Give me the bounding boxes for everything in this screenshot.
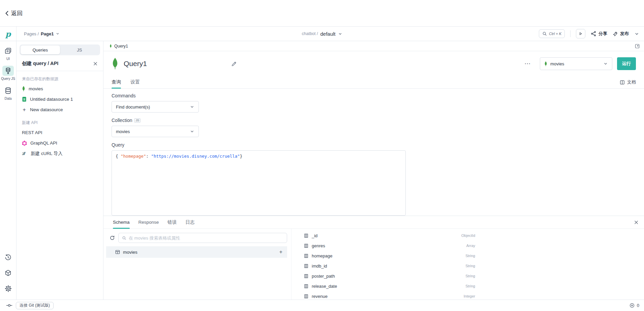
mongodb-leaf-icon xyxy=(110,44,112,48)
schema-search-input[interactable] xyxy=(129,236,283,241)
api-item-rest[interactable]: REST API xyxy=(17,127,103,138)
schema-search-row xyxy=(103,233,291,243)
field-row[interactable]: poster_path String xyxy=(304,271,475,281)
query-tab-query1[interactable]: Query1 xyxy=(110,44,128,49)
commands-select[interactable]: Find document(s) xyxy=(112,101,199,113)
rail-item-data[interactable]: Data xyxy=(2,86,14,100)
google-sheets-icon xyxy=(22,97,27,102)
datasource-item-untitled[interactable]: Untitled datasource 1 xyxy=(17,94,103,104)
docs-link[interactable]: 文档 xyxy=(620,79,636,85)
error-indicator[interactable]: 0 xyxy=(630,303,639,308)
query-left-panel: Queries JS 创建 query / API 来自已存在的数据源 movi… xyxy=(17,41,103,300)
code-token-key: "homepage" xyxy=(121,154,146,159)
bottom-panel-body: movies + _id ObjectId genres xyxy=(103,229,644,300)
play-icon xyxy=(579,32,583,36)
refresh-icon[interactable] xyxy=(110,235,115,241)
query-editor-main: Query1 Query1 ⋯ mov xyxy=(103,41,644,300)
breadcrumb[interactable]: Pages / Page1 xyxy=(24,31,60,36)
bottom-panel-tabs: Schema Response 错误 日志 xyxy=(103,216,644,229)
book-icon xyxy=(620,80,625,85)
env-name: default xyxy=(320,31,335,37)
query-code-editor[interactable]: { "homepage": "https://movies.disney.com… xyxy=(112,150,406,216)
share-button[interactable]: 分享 xyxy=(591,31,607,37)
close-icon[interactable] xyxy=(93,61,98,66)
workspace: UI Query JS Data xyxy=(0,41,644,300)
api-item-curl[interactable]: :// 新建 cURL 导入 xyxy=(17,148,103,159)
commands-label: Commands xyxy=(112,93,636,98)
tab-logs[interactable]: 日志 xyxy=(185,216,194,228)
field-row[interactable]: homepage String xyxy=(304,251,475,261)
column-icon xyxy=(304,264,308,268)
back-button[interactable]: 返回 xyxy=(5,9,23,17)
share-label: 分享 xyxy=(599,31,607,37)
back-label: 返回 xyxy=(11,9,23,17)
app-logo-icon: p xyxy=(5,30,11,38)
chevron-down-icon xyxy=(338,32,342,36)
collection-label: Collection JS xyxy=(112,118,636,123)
mongodb-leaf-icon xyxy=(22,86,25,92)
rail-item-ui[interactable]: UI xyxy=(2,46,14,61)
plus-icon: + xyxy=(22,107,27,113)
tab-response[interactable]: Response xyxy=(139,216,159,228)
field-row[interactable]: revenue Integer xyxy=(304,291,475,300)
tab-errors[interactable]: 错误 xyxy=(167,216,177,228)
package-cube-icon[interactable] xyxy=(5,270,11,276)
back-row: 返回 xyxy=(0,0,644,26)
preview-run-button[interactable] xyxy=(576,29,585,38)
logo-cell[interactable]: p xyxy=(0,27,17,41)
tab-js[interactable]: JS xyxy=(60,45,99,54)
field-row[interactable]: genres Array xyxy=(304,241,475,251)
docs-label: 文档 xyxy=(627,79,636,85)
schema-table-row-movies[interactable]: movies + xyxy=(106,246,287,258)
error-count: 0 xyxy=(637,303,639,308)
error-circle-icon xyxy=(630,303,635,308)
global-search-button[interactable]: Ctrl + K xyxy=(539,29,565,38)
run-button[interactable]: 运行 xyxy=(617,57,636,70)
mongodb-leaf-icon xyxy=(112,58,119,70)
edit-pencil-icon[interactable] xyxy=(231,61,237,67)
rest-api-label: REST API xyxy=(22,130,42,135)
chevron-down-icon[interactable] xyxy=(634,31,639,36)
tab-queries[interactable]: Queries xyxy=(21,45,60,54)
settings-gear-icon[interactable] xyxy=(5,285,12,292)
field-row[interactable]: release_date String xyxy=(304,281,475,291)
query-database-icon xyxy=(2,66,14,76)
curl-import-label: 新建 cURL 导入 xyxy=(31,151,63,157)
app-env-switcher[interactable]: chatbot / default xyxy=(302,31,342,37)
status-bar: 连接 Git (测试版) 0 xyxy=(0,300,644,311)
field-type: String xyxy=(465,284,475,288)
datasource-select[interactable]: movies xyxy=(540,57,612,70)
new-datasource-button[interactable]: + New datasource xyxy=(17,104,103,115)
field-row[interactable]: imdb_id String xyxy=(304,261,475,271)
chevron-down-icon xyxy=(190,104,194,109)
close-icon[interactable] xyxy=(634,220,639,225)
field-row[interactable]: _id ObjectId xyxy=(304,230,475,241)
chevron-down-icon xyxy=(190,129,194,134)
schema-fields-column: _id ObjectId genres Array homepage Strin… xyxy=(292,229,644,300)
add-column-button[interactable]: + xyxy=(279,249,282,255)
js-badge[interactable]: JS xyxy=(134,118,141,123)
data-database-icon xyxy=(2,86,14,96)
history-icon[interactable] xyxy=(5,254,11,261)
more-menu-button[interactable]: ⋯ xyxy=(524,62,531,65)
column-icon xyxy=(304,244,308,248)
connect-git-button[interactable]: 连接 Git (测试版) xyxy=(16,302,54,309)
collapse-panel-icon[interactable] xyxy=(635,43,640,49)
rocket-icon xyxy=(613,31,618,36)
tab-settings[interactable]: 设置 xyxy=(130,76,140,88)
graphql-api-label: GraphQL API xyxy=(30,141,57,146)
mongodb-leaf-icon xyxy=(544,61,547,66)
field-type: ObjectId xyxy=(461,234,475,238)
tab-query[interactable]: 查询 xyxy=(112,76,121,88)
column-icon xyxy=(304,274,308,278)
collection-select[interactable]: movies xyxy=(112,126,199,137)
field-name: _id xyxy=(312,233,317,238)
publish-label: 发布 xyxy=(620,31,629,37)
datasource-name: movies xyxy=(29,86,43,91)
api-item-graphql[interactable]: GraphQL API xyxy=(17,138,103,148)
tab-schema[interactable]: Schema xyxy=(113,216,130,228)
rail-item-query-js[interactable]: Query JS xyxy=(1,66,15,81)
datasource-item-movies[interactable]: movies xyxy=(17,84,103,94)
publish-button[interactable]: 发布 xyxy=(613,31,629,37)
query-tab-label: Query1 xyxy=(114,44,128,49)
